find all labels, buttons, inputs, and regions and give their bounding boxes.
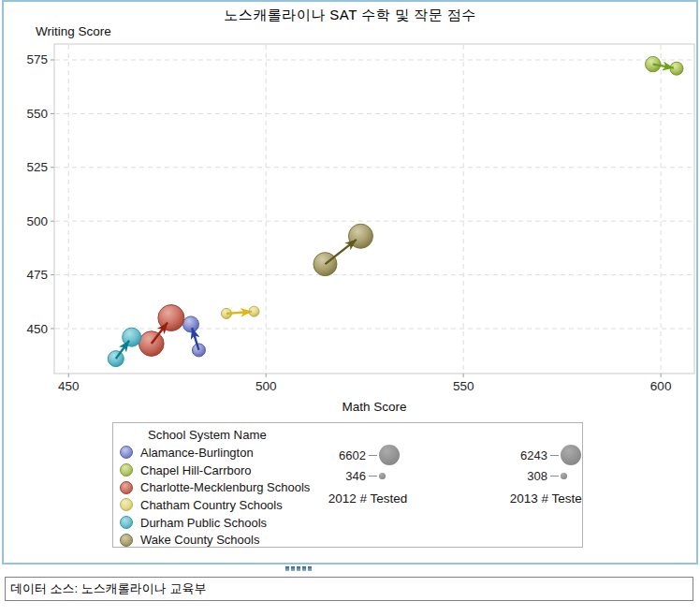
size-legend-row: 6602 xyxy=(327,443,504,467)
size-connector xyxy=(369,455,377,456)
legend-title: School System Name xyxy=(148,428,582,443)
x-tick-label: 550 xyxy=(453,379,474,393)
size-legend-caption: 2012 # Tested xyxy=(327,491,409,506)
size-legend-row: 6243 xyxy=(508,443,583,467)
legend-item-label: Chatham Country Schools xyxy=(140,498,283,512)
footnote-box: 데이터 소스: 노스캐롤라이나 교육부 xyxy=(5,577,693,601)
resize-grip-icon[interactable] xyxy=(285,566,312,571)
legend-swatch-icon xyxy=(120,446,133,459)
grip-dot xyxy=(308,566,312,571)
y-tick-label: 525 xyxy=(26,160,48,174)
legend-item-label: Alamance-Burlington xyxy=(140,446,254,460)
x-tick-label: 600 xyxy=(650,379,672,393)
legend-swatch-icon xyxy=(120,481,133,494)
legend-swatch-icon xyxy=(120,463,133,477)
bubble-charlotte-mecklenburg-schools-2013 xyxy=(158,305,184,331)
size-legend-row: 346 xyxy=(327,467,504,484)
legend-box: School System Name Alamance-BurlingtonCh… xyxy=(112,422,583,548)
grip-dot xyxy=(291,566,295,571)
bubble-alamance-burlington-2013 xyxy=(182,316,198,332)
size-bubble-icon xyxy=(561,473,567,479)
y-tick-label: 550 xyxy=(26,107,48,121)
plot-area xyxy=(54,44,694,374)
size-bubble-icon xyxy=(561,445,581,465)
legend-item: Durham Public Schools xyxy=(120,514,582,532)
bubble-plot: 450500550600575550525500475450 xyxy=(0,0,700,421)
size-value: 346 xyxy=(327,469,366,483)
x-tick-label: 500 xyxy=(255,379,277,393)
size-bubble-icon xyxy=(379,473,386,479)
legend-swatch-icon xyxy=(120,498,133,511)
size-legend-row: 308 xyxy=(508,467,583,484)
y-tick-label: 500 xyxy=(26,214,48,228)
legend-item-label: Charlotte-Mecklenburg Schools xyxy=(140,480,310,494)
legend-item-label: Durham Public Schools xyxy=(140,516,267,530)
size-bubble-icon xyxy=(379,445,400,465)
bubble-size-legend: 66023462012 # Tested xyxy=(327,443,504,506)
bubble-durham-public-schools-2013 xyxy=(123,328,141,346)
footnote-text: 데이터 소스: 노스캐롤라이나 교육부 xyxy=(10,581,206,595)
y-tick-label: 575 xyxy=(26,52,48,66)
size-legend-caption: 2013 # Tested xyxy=(508,491,583,506)
bubble-size-legend: 62433082013 # Tested xyxy=(508,443,583,506)
size-value: 6243 xyxy=(508,448,547,462)
x-axis-label: Math Score xyxy=(342,400,406,414)
legend-item: Wake County Schools xyxy=(120,531,582,548)
legend-item-label: Wake County Schools xyxy=(140,533,259,547)
legend-swatch-icon xyxy=(120,516,133,529)
bubble-wake-county-schools-2013 xyxy=(348,224,372,248)
grip-dot xyxy=(297,566,300,571)
size-connector xyxy=(550,476,559,477)
size-value: 6602 xyxy=(327,448,366,462)
x-tick-label: 450 xyxy=(58,379,80,393)
size-connector xyxy=(550,455,559,456)
legend-swatch-icon xyxy=(120,534,133,547)
legend-item-label: Chapel Hill-Carrboro xyxy=(140,463,252,477)
grip-dot xyxy=(285,566,289,571)
size-connector xyxy=(369,476,377,477)
grip-dot xyxy=(302,566,306,571)
y-tick-label: 475 xyxy=(26,268,48,282)
size-value: 308 xyxy=(508,469,547,483)
y-tick-label: 450 xyxy=(26,322,48,336)
